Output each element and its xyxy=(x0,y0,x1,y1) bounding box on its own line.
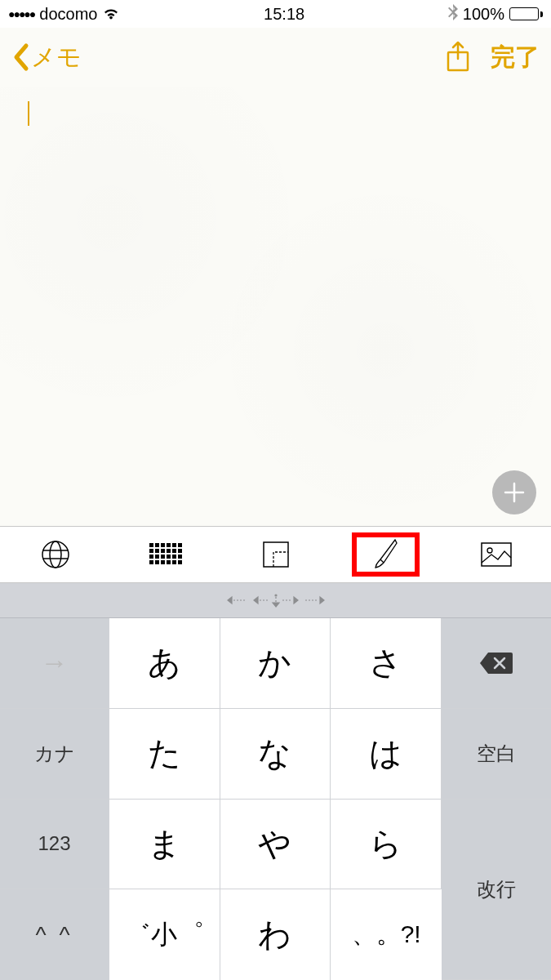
svg-rect-8 xyxy=(178,543,182,547)
trim-button[interactable] xyxy=(220,527,331,582)
svg-rect-22 xyxy=(155,560,159,564)
status-right: 100% xyxy=(448,4,543,24)
key-ka[interactable]: か xyxy=(220,618,331,709)
svg-rect-23 xyxy=(161,560,165,564)
battery-icon xyxy=(509,7,543,20)
svg-rect-14 xyxy=(178,549,182,553)
key-a[interactable]: あ xyxy=(109,618,220,709)
battery-pct: 100% xyxy=(463,5,504,24)
svg-rect-4 xyxy=(155,543,159,547)
svg-rect-25 xyxy=(172,560,176,564)
key-ta[interactable]: た xyxy=(109,709,220,800)
svg-rect-5 xyxy=(161,543,165,547)
svg-point-30 xyxy=(275,595,277,596)
signal-dots-icon: ●●●●● xyxy=(8,7,34,20)
nav-bar: メモ 完了 xyxy=(0,28,551,87)
wifi-icon xyxy=(102,7,120,20)
bluetooth-icon xyxy=(448,4,458,24)
back-label: メモ xyxy=(31,41,82,74)
key-sa[interactable]: さ xyxy=(331,618,442,709)
svg-rect-13 xyxy=(172,549,176,553)
key-punct[interactable]: 、。?! xyxy=(331,889,442,980)
format-toolbar xyxy=(0,526,551,583)
svg-rect-12 xyxy=(167,549,171,553)
key-123[interactable]: 123 xyxy=(0,800,109,890)
svg-rect-10 xyxy=(155,549,159,553)
status-left: ●●●●● docomo xyxy=(8,5,120,24)
key-na[interactable]: な xyxy=(220,709,331,800)
svg-rect-21 xyxy=(149,560,153,564)
svg-rect-11 xyxy=(161,549,165,553)
key-space[interactable]: 空白 xyxy=(442,709,551,800)
key-ma[interactable]: ま xyxy=(109,800,220,890)
key-wa[interactable]: わ xyxy=(220,889,331,980)
key-ha[interactable]: は xyxy=(331,709,442,800)
note-editor[interactable] xyxy=(0,87,551,526)
svg-rect-16 xyxy=(155,555,159,559)
keyboard-grid: → あ か さ カナ た な は 空白 123 ま や ら 改行 ^ ^ ゛小゜… xyxy=(0,617,551,980)
chevron-left-icon xyxy=(11,42,29,72)
cursor-move-handle[interactable] xyxy=(0,583,551,617)
key-emoji[interactable]: ^ ^ xyxy=(0,889,109,980)
photo-button[interactable] xyxy=(441,527,551,582)
status-time: 15:18 xyxy=(264,5,304,24)
svg-rect-20 xyxy=(178,555,182,559)
key-dakuten[interactable]: ゛小゜ xyxy=(109,889,220,980)
add-button[interactable] xyxy=(492,470,536,514)
key-backspace[interactable] xyxy=(442,618,551,709)
back-button[interactable]: メモ xyxy=(11,41,82,74)
svg-rect-3 xyxy=(149,543,153,547)
key-ya[interactable]: や xyxy=(220,800,331,890)
svg-rect-9 xyxy=(149,549,153,553)
svg-point-29 xyxy=(487,548,492,553)
key-arrow[interactable]: → xyxy=(0,618,109,709)
grid-button[interactable] xyxy=(110,527,220,582)
key-enter[interactable]: 改行 xyxy=(442,800,551,981)
svg-rect-18 xyxy=(167,555,171,559)
text-cursor xyxy=(28,101,29,126)
key-kana[interactable]: カナ xyxy=(0,709,109,800)
svg-point-2 xyxy=(50,541,61,568)
svg-rect-27 xyxy=(264,542,288,567)
svg-rect-6 xyxy=(167,543,171,547)
svg-rect-24 xyxy=(167,560,171,564)
key-ra[interactable]: ら xyxy=(331,800,442,890)
svg-rect-15 xyxy=(149,555,153,559)
svg-rect-7 xyxy=(172,543,176,547)
keyboard: → あ か さ カナ た な は 空白 123 ま や ら 改行 ^ ^ ゛小゜… xyxy=(0,583,551,980)
svg-rect-28 xyxy=(482,543,511,566)
svg-rect-17 xyxy=(161,555,165,559)
globe-button[interactable] xyxy=(0,527,110,582)
brush-button[interactable] xyxy=(331,527,441,582)
svg-point-1 xyxy=(42,541,69,568)
carrier-label: docomo xyxy=(39,5,97,24)
share-button[interactable] xyxy=(445,41,471,74)
svg-rect-19 xyxy=(172,555,176,559)
done-button[interactable]: 完了 xyxy=(491,41,540,74)
status-bar: ●●●●● docomo 15:18 100% xyxy=(0,0,551,28)
svg-rect-26 xyxy=(178,560,182,564)
